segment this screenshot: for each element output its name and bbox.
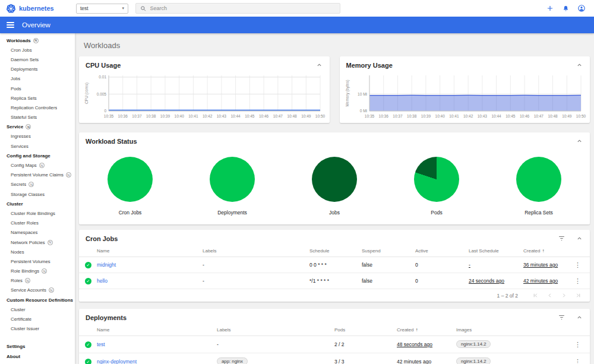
sidebar-item[interactable]: Cron Jobs: [0, 45, 75, 55]
sidebar-item[interactable]: Ingresses: [0, 132, 75, 141]
svg-text:10:49: 10:49: [562, 114, 572, 118]
status-pie[interactable]: [312, 157, 357, 202]
sidebar-item[interactable]: Namespaces: [0, 228, 75, 238]
sidebar-item[interactable]: Replica Sets: [0, 93, 75, 103]
search-input[interactable]: [150, 5, 336, 11]
sidebar-item[interactable]: Persistent Volume Claims N: [0, 170, 75, 180]
namespaced-badge: N: [25, 278, 30, 283]
chevron-right-icon[interactable]: [561, 292, 567, 299]
sidebar-item[interactable]: Persistent Volumes: [0, 257, 75, 266]
first-page-icon[interactable]: [532, 292, 539, 299]
column-header-images[interactable]: Images: [456, 324, 572, 336]
sidebar-item-label: Namespaces: [11, 230, 38, 235]
column-header-name[interactable]: Name: [97, 245, 203, 257]
cell-created: 36 minutes ago: [523, 257, 572, 273]
table-row[interactable]: ✓ nginx-deployment app: nginx 3 / 3 42 m…: [79, 353, 590, 364]
deployment-name-link[interactable]: test: [97, 341, 105, 347]
column-header-created[interactable]: Created↑: [523, 245, 572, 257]
status-pie[interactable]: [414, 157, 459, 202]
column-header-labels[interactable]: Labels: [203, 245, 309, 257]
column-header-labels[interactable]: Labels: [217, 324, 334, 336]
column-header-schedule[interactable]: Schedule: [309, 245, 362, 257]
filter-icon[interactable]: [558, 235, 565, 242]
sidebar-item[interactable]: Service N: [0, 122, 75, 132]
column-header-created[interactable]: Created↑: [397, 324, 456, 336]
table-header-row: Name Labels Schedule Suspend Active Last…: [79, 245, 590, 257]
sort-asc-icon: ↑: [415, 327, 418, 333]
column-header-name[interactable]: Name: [97, 324, 217, 336]
sidebar-item[interactable]: Workloads N: [0, 36, 75, 45]
svg-text:10:37: 10:37: [393, 114, 403, 118]
sidebar-item[interactable]: Config Maps N: [0, 160, 75, 170]
chevron-left-icon[interactable]: [546, 292, 553, 299]
menu-icon[interactable]: [7, 22, 14, 28]
create-button[interactable]: [546, 4, 554, 12]
sidebar-item[interactable]: Custom Resource Definitions: [0, 295, 75, 305]
row-menu-icon[interactable]: ⋮: [572, 277, 583, 284]
sidebar-item[interactable]: Storage Classes: [0, 189, 75, 199]
row-menu-icon[interactable]: ⋮: [572, 341, 583, 348]
cell-menu: ⋮: [572, 336, 590, 353]
sidebar-item[interactable]: Nodes: [0, 247, 75, 257]
namespace-selector[interactable]: test ▾: [76, 4, 128, 14]
sidebar-item[interactable]: Replication Controllers: [0, 103, 75, 112]
sidebar-item[interactable]: Cluster Role Bindings: [0, 208, 75, 218]
chevron-up-icon[interactable]: [315, 61, 323, 69]
status-pie[interactable]: [210, 157, 255, 202]
svg-text:10:46: 10:46: [259, 114, 269, 118]
sidebar-item[interactable]: Services: [0, 141, 75, 151]
sidebar-item[interactable]: Daemon Sets: [0, 55, 75, 64]
sidebar-item[interactable]: Certificate: [0, 314, 75, 324]
workload-status-chart: Pods: [386, 157, 488, 216]
column-header-suspend[interactable]: Suspend: [362, 245, 415, 257]
account-button[interactable]: [577, 4, 586, 12]
cell-last-schedule: 24 seconds ago: [469, 273, 523, 289]
row-menu-icon[interactable]: ⋮: [572, 358, 583, 364]
status-pie[interactable]: [516, 157, 561, 202]
sidebar-item[interactable]: Cluster Roles: [0, 219, 75, 228]
row-menu-icon[interactable]: ⋮: [572, 261, 583, 268]
sidebar-item[interactable]: Stateful Sets: [0, 113, 75, 122]
cronjob-name-link[interactable]: midnight: [97, 262, 116, 268]
filter-icon[interactable]: [558, 314, 565, 321]
cronjob-name-link[interactable]: hello: [97, 278, 108, 284]
chevron-up-icon[interactable]: [576, 137, 583, 145]
sidebar-item[interactable]: Pods: [0, 84, 75, 93]
sidebar-item[interactable]: Jobs: [0, 74, 75, 84]
sidebar-item[interactable]: Secrets N: [0, 180, 75, 189]
sidebar-item[interactable]: Role Bindings N: [0, 267, 75, 276]
search-bar[interactable]: [135, 3, 340, 14]
last-page-icon[interactable]: [575, 292, 582, 299]
deployment-name-link[interactable]: nginx-deployment: [97, 359, 137, 364]
sidebar-item[interactable]: About: [0, 352, 75, 361]
sidebar-item[interactable]: Cluster: [0, 305, 75, 314]
sidebar-item[interactable]: Service Accounts N: [0, 286, 75, 295]
cell-created: 48 seconds ago: [397, 336, 456, 353]
sidebar-item[interactable]: Settings: [0, 342, 75, 352]
sidebar-item[interactable]: Deployments: [0, 65, 75, 74]
svg-text:10:47: 10:47: [273, 114, 283, 118]
table-row[interactable]: ✓ hello - */1 * * * * false 0 24 seconds…: [79, 273, 590, 289]
table-row[interactable]: ✓ midnight - 0 0 * * * false 0 - 36 minu…: [79, 257, 590, 273]
column-header-active[interactable]: Active: [415, 245, 469, 257]
column-header-last-schedule[interactable]: Last Schedule: [469, 245, 523, 257]
sidebar-item-label: Cluster: [11, 307, 26, 312]
chevron-up-icon[interactable]: [576, 314, 583, 321]
sidebar-item[interactable]: Cluster: [0, 199, 75, 208]
svg-text:10:46: 10:46: [519, 114, 529, 118]
kubernetes-home-link[interactable]: kubernetes: [6, 4, 71, 14]
chevron-up-icon[interactable]: [576, 61, 583, 69]
cell-menu: ⋮: [572, 273, 590, 289]
sidebar-item[interactable]: Config and Storage: [0, 151, 75, 160]
table-row[interactable]: ✓ test - 2 / 2 48 seconds ago nginx:1.14…: [79, 336, 590, 353]
notifications-button[interactable]: [562, 5, 570, 12]
sidebar-item[interactable]: Network Policies N: [0, 238, 75, 247]
sidebar-item[interactable]: Cluster Issuer: [0, 324, 75, 334]
column-header-pods[interactable]: Pods: [334, 324, 397, 336]
cell-active: 0: [415, 273, 469, 289]
cell-active: 0: [415, 257, 469, 273]
sidebar-item[interactable]: Roles N: [0, 276, 75, 286]
chevron-up-icon[interactable]: [576, 235, 583, 242]
status-pie[interactable]: [108, 157, 153, 202]
cell-pods: 2 / 2: [334, 336, 397, 353]
